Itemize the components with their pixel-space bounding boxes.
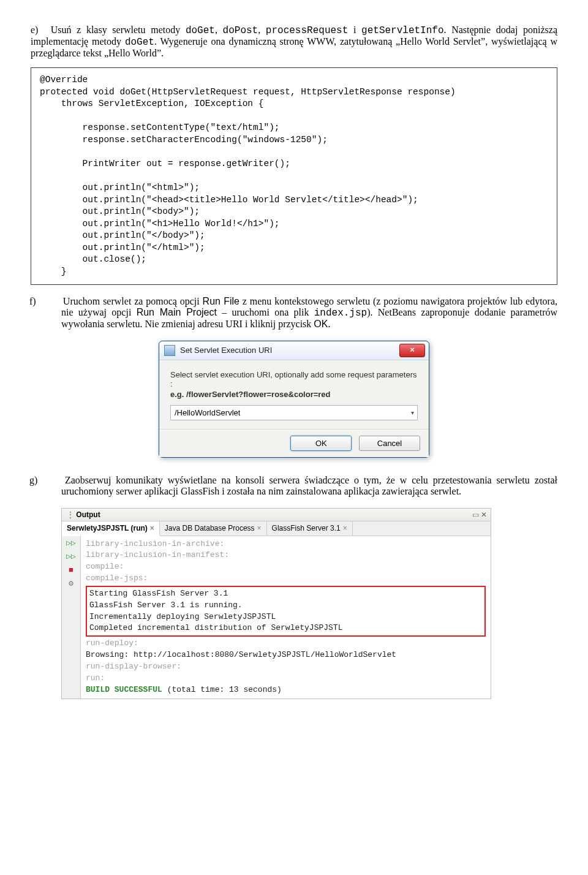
log-line: run-display-browser: xyxy=(86,661,486,673)
close-icon[interactable]: × xyxy=(257,524,262,532)
list-marker-f: f) xyxy=(45,296,60,307)
dialog-titlebar: Set Servlet Execution URI × xyxy=(159,341,429,360)
dialog-figure: Set Servlet Execution URI × Select servl… xyxy=(31,341,557,458)
dialog-window: Set Servlet Execution URI × Select servl… xyxy=(159,341,429,458)
code-inline: index.jsp xyxy=(314,308,367,319)
list-marker-e: e) xyxy=(31,25,45,36)
log-line: BUILD SUCCESSFUL (total time: 13 seconds… xyxy=(86,684,486,696)
close-icon[interactable]: × xyxy=(343,524,347,532)
dialog-example: e.g. /flowerServlet?flower=rose&color=re… xyxy=(170,390,418,399)
code-block: @Override protected void doGet(HttpServl… xyxy=(31,67,557,285)
log-line: run-deploy: xyxy=(86,638,486,650)
gear-icon[interactable]: ⚙ xyxy=(66,579,76,589)
output-figure: ⋮ Output ▭ ✕ SerwletyJSPJSTL (run)× Java… xyxy=(31,508,557,699)
tab-javadb[interactable]: Java DB Database Process× xyxy=(160,521,267,536)
stop-icon[interactable]: ■ xyxy=(66,566,76,575)
code-inline: doPost xyxy=(223,25,258,36)
output-panel: ⋮ Output ▭ ✕ SerwletyJSPJSTL (run)× Java… xyxy=(61,508,491,699)
close-icon[interactable]: × xyxy=(150,524,154,532)
ui-label: Run Main Project xyxy=(137,307,217,317)
text: , xyxy=(215,25,223,35)
log-line: Browsing: http://localhost:8080/Serwlety… xyxy=(86,650,486,661)
output-body: ▷▷ ▷▷ ■ ⚙ library-inclusion-in-archive: … xyxy=(62,536,491,699)
text: i xyxy=(348,25,361,35)
text: Usuń z klasy serwletu metody xyxy=(51,25,186,35)
ui-label: OK xyxy=(314,319,328,329)
run-icon[interactable]: ▷▷ xyxy=(66,552,76,562)
log-line: Starting GlassFish Server 3.1 xyxy=(89,588,482,600)
tab-run[interactable]: SerwletyJSPJSTL (run)× xyxy=(62,521,160,536)
output-tabs: SerwletyJSPJSTL (run)× Java DB Database … xyxy=(62,521,491,536)
dialog-body: Select servlet execution URI, optionally… xyxy=(159,360,429,429)
code-inline: doGet xyxy=(186,25,215,36)
close-button[interactable]: × xyxy=(399,344,425,357)
code-inline: processRequest xyxy=(266,25,348,36)
run-icon[interactable]: ▷▷ xyxy=(66,539,76,548)
cancel-button[interactable]: Cancel xyxy=(359,436,420,451)
ok-button[interactable]: OK xyxy=(290,436,352,451)
list-marker-g: g) xyxy=(45,475,60,486)
dialog-hint: Select servlet execution URI, optionally… xyxy=(170,370,418,388)
text: Uruchom serwlet za pomocą opcji xyxy=(63,296,203,306)
output-lines: library-inclusion-in-archive: library-in… xyxy=(81,536,491,699)
output-header: ⋮ Output ▭ ✕ xyxy=(62,509,491,521)
log-line: library-inclusion-in-manifest: xyxy=(86,550,486,561)
text: . xyxy=(328,319,330,329)
code-inline: getServletInfo xyxy=(361,25,443,36)
log-line: run: xyxy=(86,673,486,684)
ui-label: Run File xyxy=(203,296,239,306)
dialog-title: Set Servlet Execution URI xyxy=(180,346,272,355)
output-gutter: ▷▷ ▷▷ ■ ⚙ xyxy=(62,536,81,699)
tab-glassfish[interactable]: GlassFish Server 3.1× xyxy=(267,521,353,536)
panel-controls[interactable]: ▭ ✕ xyxy=(472,510,487,519)
log-line: GlassFish Server 3.1 is running. xyxy=(89,600,482,612)
text: , xyxy=(258,25,266,35)
dialog-buttons: OK Cancel xyxy=(159,429,429,457)
log-line: Completed incremental distribution of Se… xyxy=(89,623,482,634)
code-inline: doGet xyxy=(125,37,154,48)
uri-input-wrap[interactable]: ▾ xyxy=(170,405,418,420)
log-line: Incrementally deploying SerwletyJSPJSTL xyxy=(89,612,482,623)
list-item-f: f) Uruchom serwlet za pomocą opcji Run F… xyxy=(31,296,557,330)
text: – uruchomi ona plik xyxy=(217,307,314,317)
list-item-e: e) Usuń z klasy serwletu metody doGet, d… xyxy=(31,25,557,59)
chevron-down-icon[interactable]: ▾ xyxy=(411,409,414,416)
list-item-g: g) Zaobserwuj komunikaty wyświetlane na … xyxy=(31,475,557,497)
log-line: compile-jsps: xyxy=(86,573,486,585)
output-title: Output xyxy=(76,510,100,519)
uri-input[interactable] xyxy=(170,405,418,420)
app-icon xyxy=(164,345,175,356)
log-line: library-inclusion-in-archive: xyxy=(86,539,486,550)
highlight-box: Starting GlassFish Server 3.1 GlassFish … xyxy=(86,586,486,637)
log-line: compile: xyxy=(86,561,486,573)
text: Zaobserwuj komunikaty wyświetlane na kon… xyxy=(61,475,557,496)
